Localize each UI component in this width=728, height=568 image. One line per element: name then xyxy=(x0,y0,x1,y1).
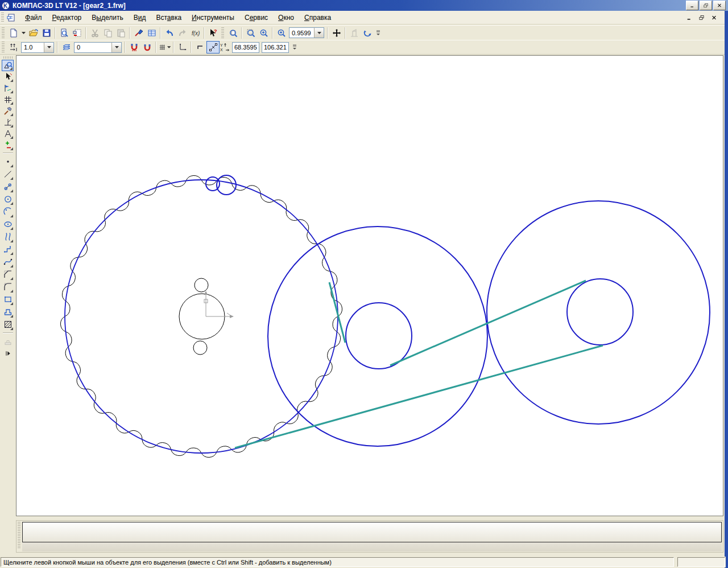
menu-выделить[interactable]: Выделить xyxy=(86,12,128,23)
middle-pulley-hub[interactable] xyxy=(346,303,412,369)
right-pulley-hub[interactable] xyxy=(567,279,633,345)
toolbar-options-params[interactable] xyxy=(291,41,298,53)
flyout-corner-icon xyxy=(10,302,13,305)
category-measure[interactable] xyxy=(2,139,14,151)
gear-wheel[interactable] xyxy=(65,180,338,453)
layer-combo-dropdown[interactable] xyxy=(111,43,121,52)
hatch-tool[interactable] xyxy=(2,318,14,331)
category-annotations[interactable] xyxy=(2,128,14,139)
right-pulley[interactable] xyxy=(487,201,710,424)
show-document-button[interactable] xyxy=(226,27,239,39)
bezier-tool[interactable] xyxy=(2,256,14,268)
document-restore-button[interactable] xyxy=(697,14,705,21)
toolbar-grip[interactable] xyxy=(2,42,5,53)
category-parametrization[interactable] xyxy=(2,117,14,128)
toolbar-options-main[interactable] xyxy=(374,27,382,39)
step-combo-value: 1.0 xyxy=(22,44,44,51)
axes-tick[interactable] xyxy=(227,313,230,315)
y-coordinate-field[interactable]: 106.321 xyxy=(262,42,289,53)
document-icon[interactable] xyxy=(6,13,16,23)
menu-редактор[interactable]: Редактор xyxy=(47,12,87,23)
current-step-button[interactable] xyxy=(7,41,20,53)
print-preview-button[interactable] xyxy=(57,27,71,39)
menu-сервис[interactable]: Сервис xyxy=(239,12,273,23)
sidebar-grip[interactable] xyxy=(3,56,13,59)
flyout-corner-icon xyxy=(10,113,13,116)
step-combo[interactable]: 1.0 xyxy=(21,42,54,53)
belt-line-3[interactable] xyxy=(235,345,603,448)
point-tool[interactable] xyxy=(2,155,14,168)
menu-вставка[interactable]: Вставка xyxy=(151,12,187,23)
menu-вид[interactable]: Вид xyxy=(129,12,151,23)
ellipse-tool[interactable] xyxy=(2,218,14,231)
refresh-view-button[interactable] xyxy=(361,27,374,39)
scale-combo-dropdown[interactable] xyxy=(314,28,324,38)
category-editing[interactable] xyxy=(2,105,14,117)
auxiliary-line-tool[interactable] xyxy=(2,168,14,180)
ortho-mode-button[interactable] xyxy=(193,41,206,53)
rounding-button[interactable] xyxy=(206,41,220,53)
open-document-button[interactable] xyxy=(27,27,40,39)
fillet-tool[interactable] xyxy=(2,281,14,293)
property-bar-grip[interactable] xyxy=(18,522,20,549)
rectangle-tool[interactable] xyxy=(2,293,14,306)
properties-table-button[interactable] xyxy=(145,27,158,39)
category-selection[interactable] xyxy=(2,71,14,83)
flyout-corner-icon xyxy=(10,265,13,267)
gear-top-hole[interactable] xyxy=(195,278,208,292)
menu-справка[interactable]: Справка xyxy=(299,12,336,23)
arc-tool[interactable] xyxy=(2,205,14,218)
category-grid[interactable] xyxy=(2,94,14,105)
gear-bottom-hole[interactable] xyxy=(193,341,207,355)
menu-файл[interactable]: Файл xyxy=(20,12,47,23)
circle-tool[interactable] xyxy=(2,193,14,205)
step-combo-dropdown[interactable] xyxy=(44,43,53,52)
flyout-corner-icon xyxy=(10,202,13,205)
toolbar-grip[interactable] xyxy=(221,27,224,39)
polyline-tool[interactable] xyxy=(2,243,14,256)
pan-button[interactable] xyxy=(330,27,343,39)
window-minimize-button[interactable] xyxy=(686,1,698,10)
new-document-button[interactable] xyxy=(7,27,20,39)
x-coordinate-field[interactable]: 68.3595 xyxy=(232,42,259,53)
gear-teeth[interactable] xyxy=(60,175,342,457)
snap-toggle-button[interactable] xyxy=(140,41,154,53)
category-dimensions[interactable] xyxy=(2,83,14,94)
zoom-scale-button[interactable] xyxy=(275,27,288,39)
chamfer-tool[interactable] xyxy=(2,268,14,281)
new-document-dropdown[interactable] xyxy=(20,27,27,39)
toolbar-grip[interactable] xyxy=(2,27,5,39)
window-restore-button[interactable] xyxy=(700,1,712,10)
status-bar: Щелкните левой кнопкой мыши на объекте д… xyxy=(0,557,726,567)
window-close-button[interactable] xyxy=(713,1,726,10)
page-setup-button[interactable] xyxy=(71,27,84,39)
snap-settings-button[interactable] xyxy=(127,41,140,53)
curve-tool[interactable] xyxy=(2,231,14,243)
coordinate-axes[interactable] xyxy=(206,293,231,316)
zoom-area-button[interactable] xyxy=(244,27,257,39)
local-cs-button[interactable] xyxy=(176,41,189,53)
save-document-button[interactable] xyxy=(40,27,53,39)
undo-button[interactable] xyxy=(163,27,176,39)
segment-tool[interactable] xyxy=(2,180,14,193)
scale-combo[interactable]: 0.9599 xyxy=(289,27,324,38)
category-geometry[interactable] xyxy=(2,60,14,71)
document-minimize-button[interactable] xyxy=(685,14,693,21)
variables-button[interactable]: f(x) xyxy=(189,27,202,39)
context-help-button[interactable]: ? xyxy=(206,27,220,39)
menu-инструменты[interactable]: Инструменты xyxy=(187,12,239,23)
panel-expand-button[interactable] xyxy=(2,349,14,358)
grid-button[interactable] xyxy=(158,41,171,53)
middle-pulley[interactable] xyxy=(268,227,487,446)
coordinates-label: YX xyxy=(220,41,231,53)
copy-properties-button[interactable] xyxy=(132,27,145,39)
drawing-canvas[interactable] xyxy=(16,55,723,516)
zoom-in-button[interactable] xyxy=(257,27,270,39)
menu-окно[interactable]: Окно xyxy=(273,12,299,23)
layers-button[interactable] xyxy=(60,41,73,53)
layer-combo[interactable]: 0 xyxy=(74,42,122,53)
property-bar-area xyxy=(22,522,722,551)
menu-grip[interactable] xyxy=(1,13,4,23)
document-close-button[interactable] xyxy=(710,14,718,21)
contour-tool[interactable] xyxy=(2,306,14,318)
